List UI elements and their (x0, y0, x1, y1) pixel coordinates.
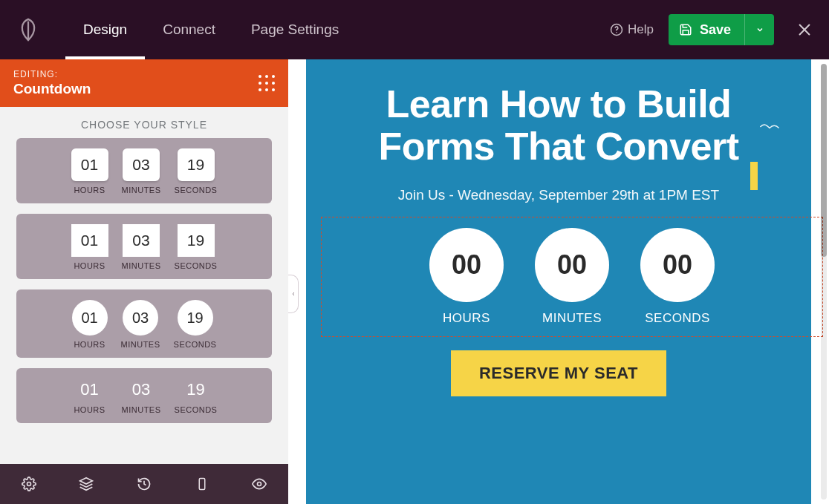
style3-minutes: 03 (123, 300, 158, 336)
close-button[interactable] (793, 19, 816, 41)
tab-design[interactable]: Design (65, 0, 145, 59)
style3-hours: 01 (72, 300, 108, 336)
eye-icon (251, 477, 267, 491)
hours-label: HOURS (74, 405, 105, 414)
hours-label: HOURS (74, 340, 105, 349)
headline-line1: Learn How to Build (386, 82, 732, 125)
device-preview-button[interactable] (190, 472, 214, 496)
canvas-scrollbar[interactable] (821, 64, 827, 500)
save-button-group: Save (669, 14, 774, 45)
countdown-hours: 00 (429, 228, 504, 302)
style-list[interactable]: 01HOURS 03MINUTES 19SECONDS 01HOURS 03MI… (0, 138, 288, 464)
style1-minutes: 03 (123, 148, 160, 181)
style-option-1[interactable]: 01HOURS 03MINUTES 19SECONDS (16, 138, 272, 203)
style3-seconds: 19 (178, 300, 213, 336)
bird-decoration-icon (759, 120, 780, 137)
side-panel: EDITING: Countdown CHOOSE YOUR STYLE 01H… (0, 59, 288, 504)
minutes-label: MINUTES (121, 340, 160, 349)
close-icon (796, 22, 813, 38)
panel-title: Countdown (13, 81, 91, 97)
hours-label: HOURS (74, 261, 105, 270)
svg-point-6 (258, 482, 261, 486)
tab-connect[interactable]: Connect (145, 0, 233, 59)
tab-page-settings[interactable]: Page Settings (233, 0, 357, 59)
svg-point-1 (616, 32, 617, 33)
collapse-panel-button[interactable] (288, 275, 299, 313)
style2-hours: 01 (71, 224, 108, 257)
countdown-seconds-label: SECONDS (645, 311, 710, 326)
seconds-label: SECONDS (175, 186, 218, 194)
style1-hours: 01 (71, 148, 108, 181)
layers-icon (79, 477, 94, 491)
seconds-label: SECONDS (175, 261, 218, 270)
layers-button[interactable] (74, 472, 98, 496)
headline-line2: Forms That Convert (378, 125, 738, 168)
seconds-label: SECONDS (174, 340, 217, 349)
history-icon (137, 477, 152, 491)
help-link[interactable]: Help (610, 22, 654, 37)
headline[interactable]: Learn How to Build Forms That Convert (321, 83, 796, 168)
minutes-label: MINUTES (122, 405, 161, 414)
minutes-label: MINUTES (122, 261, 161, 270)
topbar: Design Connect Page Settings Help Save (0, 0, 829, 59)
panel-footer-toolbar (0, 464, 288, 504)
style2-minutes: 03 (123, 224, 160, 257)
panel-header: EDITING: Countdown (0, 59, 288, 107)
history-button[interactable] (132, 472, 156, 496)
minutes-label: MINUTES (122, 186, 161, 194)
save-button[interactable]: Save (669, 14, 744, 45)
scrollbar-thumb[interactable] (821, 64, 827, 257)
svg-marker-3 (80, 478, 93, 484)
style1-seconds: 19 (178, 148, 215, 181)
drag-handle-icon[interactable] (259, 75, 275, 91)
style-option-3[interactable]: 01HOURS 03MINUTES 19SECONDS (16, 289, 272, 358)
gear-icon (22, 477, 36, 491)
style-option-4[interactable]: 01HOURS 03MINUTES 19SECONDS (16, 368, 272, 423)
main-tabs: Design Connect Page Settings (65, 0, 357, 59)
countdown-hours-label: HOURS (443, 311, 490, 326)
save-dropdown-button[interactable] (744, 14, 774, 45)
countdown-minutes: 00 (535, 228, 609, 302)
style4-hours: 01 (71, 379, 108, 401)
save-label: Save (700, 22, 731, 38)
countdown-element[interactable]: 00 HOURS 00 MINUTES 00 SECONDS (321, 217, 823, 337)
seconds-label: SECONDS (175, 405, 218, 414)
cta-button[interactable]: RESERVE MY SEAT (451, 350, 666, 396)
settings-button[interactable] (17, 472, 41, 496)
text-cursor-indicator (750, 162, 758, 190)
save-icon (679, 23, 692, 36)
chevron-down-icon (755, 25, 764, 34)
mobile-icon (195, 477, 209, 491)
style-option-2[interactable]: 01HOURS 03MINUTES 19SECONDS (16, 214, 272, 279)
panel-kicker: EDITING: (13, 69, 91, 79)
page-canvas[interactable]: Learn How to Build Forms That Convert Jo… (306, 59, 811, 504)
svg-point-2 (27, 482, 30, 486)
app-logo (13, 15, 43, 45)
help-label: Help (628, 22, 654, 37)
style4-minutes: 03 (123, 379, 160, 401)
canvas-area: Learn How to Build Forms That Convert Jo… (288, 59, 829, 504)
countdown-seconds: 00 (640, 228, 715, 302)
chevron-left-icon (290, 289, 296, 298)
choose-style-heading: CHOOSE YOUR STYLE (0, 107, 288, 138)
countdown-minutes-label: MINUTES (542, 311, 602, 326)
hours-label: HOURS (74, 186, 105, 194)
preview-button[interactable] (247, 472, 271, 496)
style4-seconds: 19 (178, 379, 215, 401)
svg-rect-4 (199, 479, 205, 490)
subheadline[interactable]: Join Us - Wednesday, September 29th at 1… (321, 187, 796, 203)
help-icon (610, 23, 623, 36)
style2-seconds: 19 (178, 224, 215, 257)
